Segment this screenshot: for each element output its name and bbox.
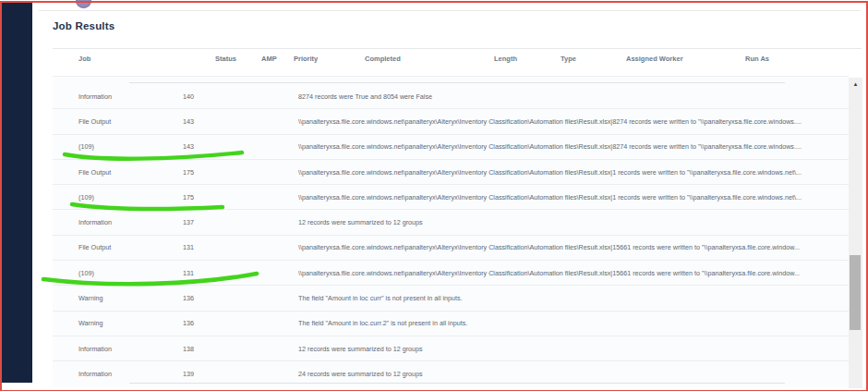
job-id-cell: 175	[183, 160, 238, 184]
table-row[interactable]: File Output143\\panalteryxsa.file.core.w…	[53, 109, 849, 134]
column-header-priority[interactable]: Priority	[294, 55, 318, 63]
table-row[interactable]: Information13812 records were summarized…	[53, 336, 849, 361]
job-message-cell: \\panalteryxsa.file.core.windows.net\pan…	[298, 236, 834, 260]
job-id-cell: 137	[183, 210, 238, 234]
job-message-cell: \\panalteryxsa.file.core.windows.net\pan…	[298, 261, 834, 285]
vertical-scrollbar[interactable]: ▲	[849, 78, 862, 388]
job-message-cell: 24 records were summarized to 12 groups	[298, 361, 834, 386]
job-message-cell: 8274 records were True and 8054 were Fal…	[298, 84, 834, 108]
table-row-marked[interactable]: (109)175\\panalteryxsa.file.core.windows…	[53, 185, 849, 210]
scroll-up-button[interactable]: ▲	[849, 78, 862, 90]
job-message-cell: 12 records were summarized to 12 groups	[298, 336, 834, 360]
job-message-cell: 12 records were summarized to 12 groups	[298, 210, 834, 234]
job-id-cell: 138	[183, 336, 238, 360]
job-type-cell: Warning	[78, 312, 180, 336]
job-type-cell: File Output	[78, 109, 180, 133]
avatar-circle-icon	[76, 0, 91, 8]
job-message-cell: \\panalteryxsa.file.core.windows.net\pan…	[298, 160, 834, 184]
column-header-status[interactable]: Status	[215, 55, 236, 63]
job-results-page: Job Results JobStatusAMPPriorityComplete…	[0, 0, 868, 391]
job-results-table: Information1408274 records were True and…	[53, 76, 849, 386]
scroll-shadow-top	[129, 82, 785, 83]
job-message-cell: The field "Amount in loc.curr.2" is not …	[298, 312, 834, 336]
job-id-cell: 143	[183, 135, 238, 159]
table-row[interactable]: File Output175\\panalteryxsa.file.core.w…	[53, 160, 849, 185]
job-type-cell: (109)	[78, 185, 180, 209]
table-row-marked[interactable]: (109)131\\panalteryxsa.file.core.windows…	[53, 261, 849, 286]
column-header-amp[interactable]: AMP	[261, 55, 277, 63]
job-id-cell: 140	[183, 84, 238, 108]
column-header-type[interactable]: Type	[561, 55, 576, 63]
job-id-cell: 136	[183, 286, 238, 310]
column-header-assigned-worker[interactable]: Assigned Worker	[626, 55, 683, 63]
job-id-cell: 175	[183, 185, 238, 209]
column-header-length[interactable]: Length	[494, 55, 517, 63]
job-id-cell: 131	[183, 236, 238, 260]
job-type-cell: (109)	[78, 135, 180, 159]
table-row-marked[interactable]: (109)143\\panalteryxsa.file.core.windows…	[53, 135, 849, 160]
job-message-cell: The field "Amount in loc curr" is not pr…	[298, 286, 834, 310]
column-header-job[interactable]: Job	[78, 55, 90, 63]
table-row[interactable]: Information1408274 records were True and…	[53, 84, 849, 109]
job-id-cell: 136	[183, 312, 238, 336]
job-type-cell: Information	[78, 336, 180, 360]
page-title: Job Results	[53, 20, 115, 31]
job-type-cell: Information	[78, 210, 180, 234]
job-type-cell: Information	[78, 84, 180, 108]
job-id-cell: 139	[183, 361, 238, 386]
job-type-cell: File Output	[78, 160, 180, 184]
table-header-row: JobStatusAMPPriorityCompletedLengthTypeA…	[53, 55, 862, 67]
job-type-cell: Warning	[78, 286, 180, 310]
table-row[interactable]: Warning136The field "Amount in loc.curr.…	[53, 312, 849, 336]
job-id-cell: 131	[183, 261, 238, 285]
table-row[interactable]: File Output131\\panalteryxsa.file.core.w…	[53, 236, 849, 261]
job-type-cell: Information	[78, 361, 180, 386]
job-message-cell: \\panalteryxsa.file.core.windows.net\pan…	[298, 109, 834, 133]
job-message-cell: \\panalteryxsa.file.core.windows.net\pan…	[298, 185, 834, 209]
table-row[interactable]: Information13924 records were summarized…	[53, 361, 849, 386]
job-type-cell: (109)	[78, 261, 180, 285]
job-message-cell: \\panalteryxsa.file.core.windows.net\pan…	[298, 135, 834, 159]
header-divider	[39, 10, 861, 11]
column-header-completed[interactable]: Completed	[365, 55, 401, 63]
table-row[interactable]: Information13712 records were summarized…	[53, 210, 849, 235]
table-row[interactable]: Warning136The field "Amount in loc curr"…	[53, 286, 849, 311]
job-id-cell: 143	[183, 109, 238, 133]
job-type-cell: File Output	[78, 236, 180, 260]
column-header-run-as[interactable]: Run As	[745, 55, 769, 63]
scrollbar-thumb[interactable]	[850, 255, 861, 330]
table-top-rule	[53, 48, 862, 49]
app-sidebar	[2, 3, 32, 383]
